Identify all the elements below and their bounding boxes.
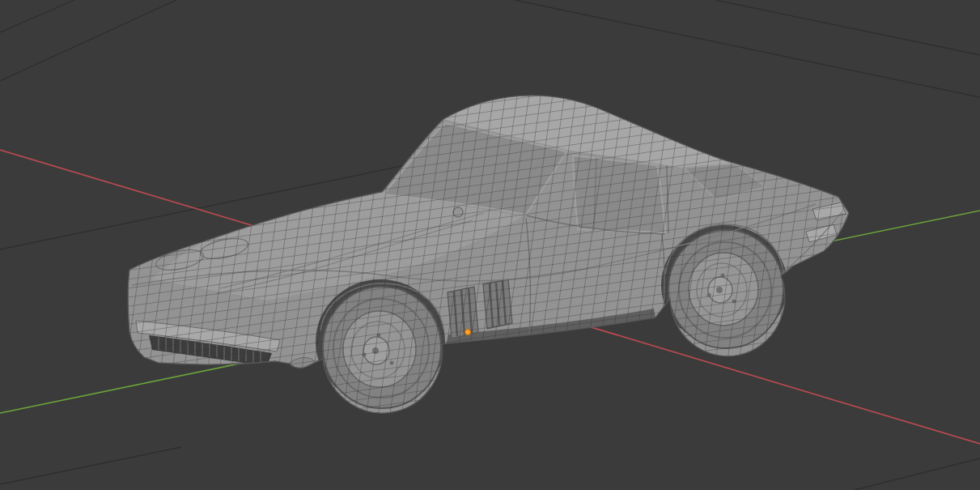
viewport-canvas[interactable] [0, 0, 980, 490]
3d-scene[interactable] [0, 0, 980, 490]
origin-marker[interactable] [465, 330, 471, 335]
